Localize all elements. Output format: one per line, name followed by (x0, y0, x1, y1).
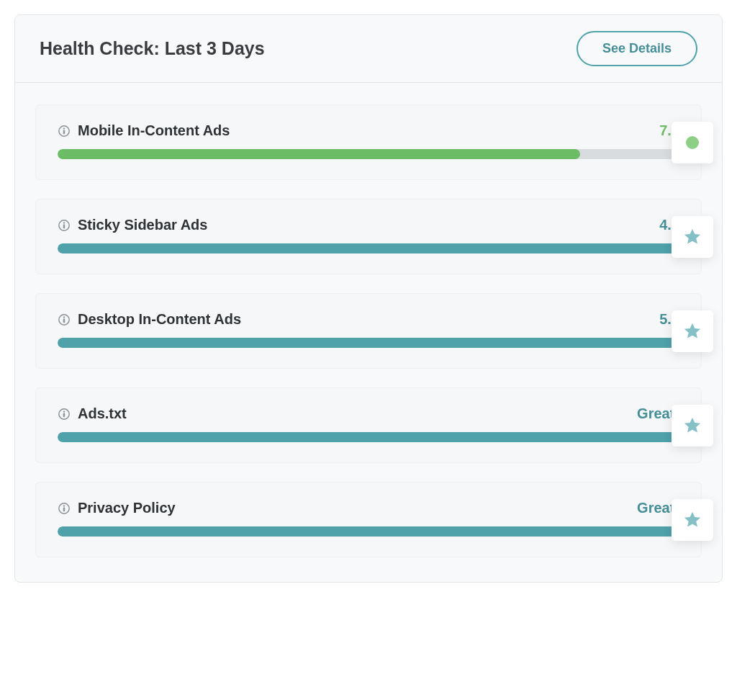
row-label: Privacy Policy (78, 500, 176, 516)
panel-title: Health Check: Last 3 Days (40, 38, 265, 59)
health-row-card: Mobile In-Content Ads7.1 (35, 104, 702, 180)
svg-rect-11 (63, 413, 65, 416)
see-details-button[interactable]: See Details (577, 31, 697, 66)
panel-header: Health Check: Last 3 Days See Details (15, 15, 722, 83)
health-row-card: Sticky Sidebar Ads4.9 (35, 199, 702, 274)
status-badge[interactable] (672, 405, 713, 447)
svg-rect-2 (63, 130, 65, 133)
svg-rect-8 (63, 318, 65, 322)
row-left: Privacy Policy (58, 500, 176, 516)
health-row[interactable]: Sticky Sidebar Ads4.9 (35, 199, 702, 274)
status-badge[interactable] (672, 216, 713, 258)
info-icon (58, 502, 71, 515)
health-row[interactable]: Desktop In-Content Ads5.5 (35, 293, 702, 369)
info-icon (58, 219, 71, 232)
svg-rect-13 (63, 505, 65, 506)
row-top: Sticky Sidebar Ads4.9 (58, 217, 679, 233)
health-row-card: Privacy PolicyGreat! (35, 482, 702, 557)
health-row-card: Ads.txtGreat! (35, 387, 702, 463)
row-label: Mobile In-Content Ads (78, 122, 230, 139)
status-badge[interactable] (672, 310, 713, 352)
row-top: Mobile In-Content Ads7.1 (58, 122, 679, 139)
star-icon (682, 227, 702, 247)
row-label: Ads.txt (78, 405, 127, 422)
progress-bar (58, 243, 679, 253)
row-top: Ads.txtGreat! (58, 405, 679, 422)
row-left: Mobile In-Content Ads (58, 122, 230, 139)
progress-bar (58, 149, 679, 159)
progress-bar (58, 432, 679, 442)
progress-bar-fill (58, 338, 679, 348)
svg-rect-4 (63, 222, 65, 223)
progress-bar (58, 338, 679, 348)
progress-bar-fill (58, 243, 679, 253)
star-icon (682, 416, 702, 436)
row-label: Desktop In-Content Ads (78, 311, 241, 328)
health-check-panel: Health Check: Last 3 Days See Details Mo… (14, 14, 723, 583)
row-left: Desktop In-Content Ads (58, 311, 241, 328)
progress-bar-fill (58, 526, 679, 537)
row-label: Sticky Sidebar Ads (78, 217, 207, 233)
star-icon (682, 510, 702, 530)
info-icon (58, 408, 71, 421)
panel-body: Mobile In-Content Ads7.1 Sticky Sidebar … (15, 83, 722, 582)
health-row[interactable]: Ads.txtGreat! (35, 387, 702, 463)
status-badge[interactable] (672, 122, 713, 163)
progress-bar-fill (58, 149, 580, 159)
progress-bar-fill (58, 432, 679, 442)
svg-rect-1 (63, 127, 65, 129)
health-row[interactable]: Mobile In-Content Ads7.1 (35, 104, 702, 180)
svg-rect-10 (63, 410, 65, 412)
svg-rect-7 (63, 316, 65, 318)
row-top: Desktop In-Content Ads5.5 (58, 311, 679, 328)
info-icon (58, 125, 71, 138)
row-left: Ads.txt (58, 405, 127, 422)
row-top: Privacy PolicyGreat! (58, 500, 679, 516)
health-row-card: Desktop In-Content Ads5.5 (35, 293, 702, 369)
health-row[interactable]: Privacy PolicyGreat! (35, 482, 702, 557)
star-icon (682, 321, 702, 341)
row-left: Sticky Sidebar Ads (58, 217, 207, 233)
info-icon (58, 313, 71, 326)
svg-rect-5 (63, 224, 65, 228)
progress-bar (58, 526, 679, 537)
svg-rect-14 (63, 507, 65, 511)
status-badge[interactable] (672, 499, 713, 541)
status-dot-icon (686, 136, 699, 149)
